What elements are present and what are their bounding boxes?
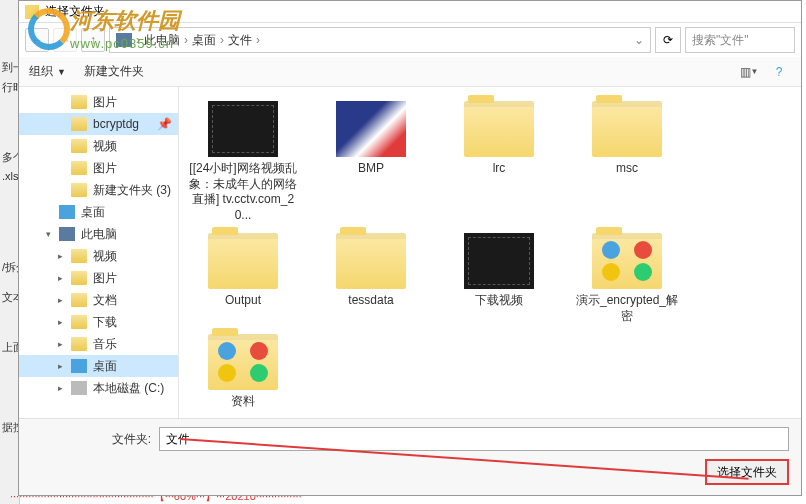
- back-button[interactable]: ←: [25, 28, 49, 52]
- file-item[interactable]: [[24小时]网络视频乱象：未成年人的网络直播] tv.cctv.com_20.…: [189, 101, 297, 223]
- folder-name-input[interactable]: [159, 427, 789, 451]
- refresh-button[interactable]: ⟳: [655, 27, 681, 53]
- file-item[interactable]: 下载视频: [445, 233, 553, 324]
- file-item[interactable]: lrc: [445, 101, 553, 223]
- file-item[interactable]: Output: [189, 233, 297, 324]
- file-item[interactable]: msc: [573, 101, 681, 223]
- organize-menu[interactable]: 组织 ▼: [29, 63, 66, 80]
- folder-icon: [25, 5, 39, 19]
- new-folder-button[interactable]: 新建文件夹: [84, 63, 144, 80]
- chevron-down-icon[interactable]: ⌄: [634, 33, 644, 47]
- tree-item[interactable]: 图片: [19, 91, 178, 113]
- pc-icon: [116, 33, 132, 47]
- tree-item[interactable]: ▸桌面: [19, 355, 178, 377]
- tree-item[interactable]: ▸音乐: [19, 333, 178, 355]
- titlebar: 选择文件夹: [19, 1, 801, 23]
- search-input[interactable]: 搜索"文件": [685, 27, 795, 53]
- file-dialog: 选择文件夹 ← → ↑ › 此电脑 › 桌面 › 文件 › ⌄ ⟳ 搜索"文件"…: [18, 0, 802, 496]
- file-list[interactable]: [[24小时]网络视频乱象：未成年人的网络直播] tv.cctv.com_20.…: [179, 87, 801, 418]
- crumb-1[interactable]: 桌面: [192, 32, 216, 49]
- dialog-footer: 文件夹: 选择文件夹: [19, 418, 801, 495]
- file-item[interactable]: BMP: [317, 101, 425, 223]
- file-item[interactable]: 资料: [189, 334, 297, 410]
- tree-item[interactable]: 新建文件夹 (3): [19, 179, 178, 201]
- folder-field-label: 文件夹:: [31, 431, 151, 448]
- address-bar: ← → ↑ › 此电脑 › 桌面 › 文件 › ⌄ ⟳ 搜索"文件": [19, 23, 801, 57]
- tree-item[interactable]: ▾此电脑: [19, 223, 178, 245]
- help-button[interactable]: ?: [767, 61, 791, 83]
- tree-item[interactable]: ▸文档: [19, 289, 178, 311]
- file-item[interactable]: 演示_encrypted_解密: [573, 233, 681, 324]
- tree-item[interactable]: 桌面: [19, 201, 178, 223]
- tree-item[interactable]: ▸下载: [19, 311, 178, 333]
- bg-text: .xls: [2, 170, 19, 182]
- tree-item[interactable]: 视频: [19, 135, 178, 157]
- crumb-2[interactable]: 文件: [228, 32, 252, 49]
- toolbar: 组织 ▼ 新建文件夹 ▥ ▼ ?: [19, 57, 801, 87]
- breadcrumb[interactable]: › 此电脑 › 桌面 › 文件 › ⌄: [109, 27, 651, 53]
- tree-item[interactable]: ▸图片: [19, 267, 178, 289]
- tree-item[interactable]: bcryptdg📌: [19, 113, 178, 135]
- crumb-root[interactable]: 此电脑: [144, 32, 180, 49]
- folder-tree[interactable]: 图片bcryptdg📌视频图片新建文件夹 (3)桌面▾此电脑▸视频▸图片▸文档▸…: [19, 87, 179, 418]
- file-item[interactable]: tessdata: [317, 233, 425, 324]
- up-button[interactable]: ↑: [81, 28, 105, 52]
- view-button[interactable]: ▥ ▼: [737, 61, 761, 83]
- tree-item[interactable]: ▸本地磁盘 (C:): [19, 377, 178, 399]
- dialog-title: 选择文件夹: [45, 3, 105, 20]
- forward-button[interactable]: →: [53, 28, 77, 52]
- select-folder-button[interactable]: 选择文件夹: [705, 459, 789, 485]
- tree-item[interactable]: ▸视频: [19, 245, 178, 267]
- tree-item[interactable]: 图片: [19, 157, 178, 179]
